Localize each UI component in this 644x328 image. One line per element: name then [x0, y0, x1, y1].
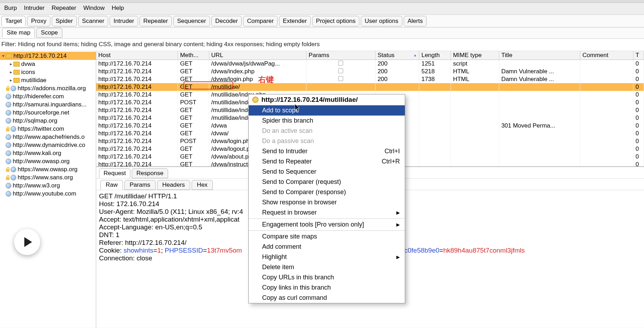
tab-alerts[interactable]: Alerts: [404, 16, 427, 26]
context-menu-item[interactable]: Send to Comparer (response): [249, 187, 405, 197]
col-params[interactable]: Params: [306, 51, 376, 60]
tree-label: icons: [21, 68, 96, 76]
tree-item[interactable]: http://www.dynamicdrive.co: [0, 141, 96, 149]
context-menu-item[interactable]: Compare site maps: [249, 231, 405, 242]
tab-project-options[interactable]: Project options: [312, 16, 359, 26]
tree-item[interactable]: http://www.kali.org: [0, 149, 96, 157]
col-url[interactable]: URL: [209, 51, 306, 60]
tree-twisty-icon[interactable]: ▾: [1, 52, 6, 60]
play-button[interactable]: [14, 229, 40, 255]
globe-icon: [6, 142, 11, 148]
context-menu-item[interactable]: Spider this branch: [249, 116, 405, 126]
tree-item[interactable]: ▸mutillidae: [0, 76, 96, 84]
reqtab-response[interactable]: Response: [132, 168, 168, 178]
tree-twisty-icon[interactable]: ▸: [8, 68, 13, 76]
tree-twisty-icon[interactable]: ▸: [8, 76, 13, 84]
globe-icon: [6, 183, 11, 188]
menu-window[interactable]: Window: [80, 4, 108, 12]
tree-label: http://sourceforge.net: [13, 109, 96, 116]
context-menu-item[interactable]: Copy as curl command: [249, 293, 405, 303]
tree-item[interactable]: http://www.owasp.org: [0, 157, 96, 165]
tree-item[interactable]: http://www.apachefriends.o: [0, 133, 96, 141]
tree-item[interactable]: https://www.sans.org: [0, 173, 96, 181]
tab-sequencer[interactable]: Sequencer: [173, 16, 210, 26]
tree-twisty-icon[interactable]: ▸: [8, 60, 13, 68]
tree-item[interactable]: http://sqlmap.org: [0, 117, 96, 125]
tab-repeater[interactable]: Repeater: [140, 16, 172, 26]
tree-item[interactable]: ▸dvwa: [0, 60, 96, 68]
target-icon: [252, 97, 259, 103]
tab-comparer[interactable]: Comparer: [243, 16, 278, 26]
context-menu-item[interactable]: Send to IntruderCtrl+I: [249, 146, 405, 156]
globe-icon: [6, 102, 11, 107]
site-tree[interactable]: ▾http://172.16.70.214▸dvwa▸icons▸mutilli…: [0, 51, 96, 328]
context-menu-separator: [249, 230, 405, 231]
col-mime-type[interactable]: MIME type: [451, 51, 499, 60]
col-method[interactable]: Meth...: [178, 51, 209, 60]
context-menu-item[interactable]: Request in browser▶: [249, 208, 405, 218]
tree-item[interactable]: http://hiderefer.com: [0, 92, 96, 100]
col-t[interactable]: T: [633, 51, 644, 60]
table-row[interactable]: http://172.16.70.214GET/dvwa/index.php20…: [96, 68, 644, 75]
main-tabbar: TargetProxySpiderScannerIntruderRepeater…: [0, 15, 644, 27]
tree-item[interactable]: ▸icons: [0, 68, 96, 76]
col-length[interactable]: Length: [419, 51, 451, 60]
rawtab-hex[interactable]: Hex: [192, 180, 213, 190]
context-menu-item[interactable]: Highlight▶: [249, 252, 405, 262]
col-status[interactable]: Status: [375, 51, 419, 60]
context-menu-item[interactable]: Copy links in this branch: [249, 283, 405, 293]
filter-bar[interactable]: Filter: Hiding not found items; hiding C…: [0, 39, 644, 51]
tree-label: http://hiderefer.com: [13, 93, 96, 100]
menu-intruder[interactable]: Intruder: [20, 4, 48, 12]
tree-item[interactable]: http://samurai.inguardians...: [0, 100, 96, 109]
tab-scanner[interactable]: Scanner: [78, 16, 108, 26]
menu-burp[interactable]: Burp: [1, 4, 20, 12]
context-menu-item[interactable]: Add to scope: [249, 105, 405, 116]
tree-item[interactable]: http://sourceforge.net: [0, 109, 96, 117]
tab-user-options[interactable]: User options: [361, 16, 402, 26]
table-row[interactable]: http://172.16.70.214GET/dvwa/login.php20…: [96, 75, 644, 83]
tab-extender[interactable]: Extender: [279, 16, 311, 26]
tab-spider[interactable]: Spider: [52, 16, 77, 26]
menu-repeater[interactable]: Repeater: [48, 4, 80, 12]
tab-decoder[interactable]: Decoder: [211, 16, 242, 26]
tree-label: https://addons.mozilla.org: [18, 85, 96, 92]
rawtab-raw[interactable]: Raw: [100, 180, 123, 190]
rawtab-params[interactable]: Params: [124, 180, 156, 190]
sub-tabbar: Site mapScope: [0, 27, 644, 39]
col-comment[interactable]: Comment: [580, 51, 633, 60]
tab-proxy[interactable]: Proxy: [27, 16, 50, 26]
context-menu-item[interactable]: Add comment: [249, 242, 405, 252]
submenu-arrow-icon: ▶: [396, 208, 400, 217]
lock-icon: [6, 175, 10, 180]
context-menu-item[interactable]: Engagement tools [Pro version only]▶: [249, 219, 405, 230]
context-menu-item[interactable]: Show response in browser: [249, 197, 405, 208]
table-row[interactable]: http://172.16.70.214GET/dvwa/dvwa/js/dvw…: [96, 60, 644, 68]
tree-item[interactable]: ▾http://172.16.70.214: [0, 52, 96, 60]
tree-item[interactable]: https://addons.mozilla.org: [0, 84, 96, 92]
rawtab-headers[interactable]: Headers: [157, 180, 190, 190]
context-menu-item[interactable]: Send to Sequencer: [249, 167, 405, 177]
reqtab-request[interactable]: Request: [99, 168, 130, 178]
col-host[interactable]: Host: [96, 51, 178, 60]
context-menu-item[interactable]: Send to RepeaterCtrl+R: [249, 156, 405, 167]
params-checkbox: [338, 76, 343, 81]
tree-item[interactable]: http://www.youtube.com: [0, 190, 96, 198]
tab-intruder[interactable]: Intruder: [110, 16, 138, 26]
tree-item[interactable]: https://twitter.com: [0, 125, 96, 133]
tree-item[interactable]: http://www.w3.org: [0, 181, 96, 190]
table-row[interactable]: http://172.16.70.214GET/mutillidae/0: [96, 83, 644, 91]
context-menu-item[interactable]: Send to Comparer (request): [249, 177, 405, 187]
menu-help[interactable]: Help: [108, 4, 128, 12]
context-menu-item[interactable]: Copy URLs in this branch: [249, 272, 405, 283]
subtab-site-map[interactable]: Site map: [2, 28, 35, 38]
tab-target[interactable]: Target: [1, 16, 26, 26]
globe-icon: [6, 110, 11, 116]
tree-item[interactable]: https://www.owasp.org: [0, 165, 96, 173]
subtab-scope[interactable]: Scope: [36, 28, 62, 38]
context-menu[interactable]: http://172.16.70.214/mutillidae/ Add to …: [248, 94, 405, 303]
tree-label: http://172.16.70.214: [13, 52, 96, 60]
context-menu-item[interactable]: Delete item: [249, 262, 405, 272]
col-title[interactable]: Title: [499, 51, 580, 60]
folder-icon: [13, 70, 20, 75]
